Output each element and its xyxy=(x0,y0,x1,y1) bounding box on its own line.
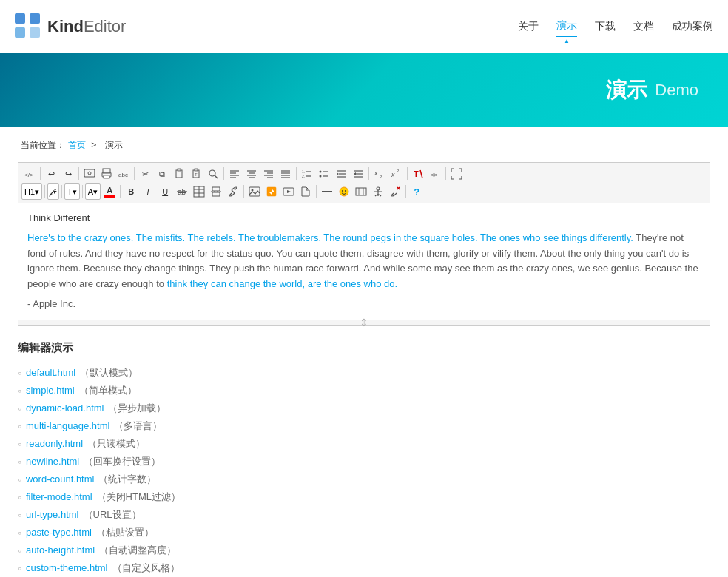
pagebreak-btn[interactable] xyxy=(208,183,224,200)
breadcrumb-home[interactable]: 首页 xyxy=(68,140,86,150)
editor-source: - Apple Inc. xyxy=(27,297,701,312)
svg-rect-60 xyxy=(212,187,220,191)
nav-download[interactable]: 下载 xyxy=(595,17,616,36)
font-color-label[interactable]: A▾ xyxy=(85,183,101,200)
svg-text:2.: 2. xyxy=(302,174,305,178)
list-item: word-count.html （统计字数） xyxy=(18,470,710,488)
paste-plain-btn[interactable]: T xyxy=(188,166,204,182)
sep xyxy=(44,185,45,198)
editor-body[interactable]: Think Different Here's to the crazy ones… xyxy=(18,203,710,320)
fullscreen-btn[interactable] xyxy=(448,166,465,182)
demo-link-2[interactable]: dynamic-load.html xyxy=(26,402,104,414)
editor-resize-handle[interactable]: ⇕ xyxy=(18,320,710,325)
list-item: auto-height.html （自动调整高度） xyxy=(18,541,710,559)
list-item: custom-theme.html （自定义风格） xyxy=(18,559,710,577)
svg-point-12 xyxy=(209,170,215,176)
align-right-btn[interactable] xyxy=(260,166,277,182)
table-btn[interactable] xyxy=(191,183,207,200)
demo-link-6[interactable]: word-count.html xyxy=(26,473,94,485)
copy-btn[interactable] xyxy=(154,166,170,182)
demo-link-11[interactable]: custom-theme.html xyxy=(26,562,108,573)
undo-btn[interactable] xyxy=(43,166,59,182)
demo-link-4[interactable]: readonly.html xyxy=(26,438,83,449)
print-btn[interactable] xyxy=(98,166,115,182)
demo-link-8[interactable]: url-type.html xyxy=(26,509,79,520)
sep xyxy=(296,167,297,180)
bold-btn[interactable] xyxy=(123,183,139,200)
demo-list: default.html （默认模式） simple.html （简单模式） d… xyxy=(18,364,710,577)
media-btn[interactable] xyxy=(280,183,297,200)
svg-point-34 xyxy=(320,171,322,173)
link-btn[interactable] xyxy=(225,183,241,200)
emoticon-btn[interactable] xyxy=(336,183,352,200)
ordered-list-btn[interactable]: 1.2. xyxy=(299,166,315,182)
svg-point-75 xyxy=(377,187,380,190)
demo-link-7[interactable]: filter-mode.html xyxy=(26,491,92,502)
remove-format-btn[interactable]: T xyxy=(410,166,426,182)
demo-link-10[interactable]: auto-height.html xyxy=(26,544,95,556)
sep xyxy=(368,167,369,180)
nav-docs[interactable]: 文档 xyxy=(633,17,654,36)
outdent-btn[interactable] xyxy=(350,166,366,182)
svg-point-36 xyxy=(320,175,322,178)
map-btn[interactable] xyxy=(353,183,369,200)
demo-link-0[interactable]: default.html xyxy=(26,367,75,378)
find-btn[interactable] xyxy=(205,166,221,182)
anchor-btn[interactable] xyxy=(370,183,386,200)
cut-btn[interactable] xyxy=(137,166,153,182)
sep xyxy=(82,185,83,198)
source-btn[interactable]: </> xyxy=(21,166,38,182)
flash-btn[interactable] xyxy=(263,183,280,200)
demo-link-1[interactable]: simple.html xyxy=(26,385,75,396)
font-size-dropdown[interactable]: T▾ xyxy=(64,183,80,200)
nav-demo[interactable]: 演示 xyxy=(556,16,577,37)
svg-marker-41 xyxy=(337,172,339,175)
image-btn[interactable] xyxy=(246,183,263,200)
demo-section-title: 编辑器演示 xyxy=(18,341,710,355)
underline-btn[interactable] xyxy=(157,183,173,200)
svg-text:✕: ✕ xyxy=(434,172,438,178)
strikethrough-btn[interactable]: ab xyxy=(174,183,190,200)
list-item: filter-mode.html （关闭HTML过滤） xyxy=(18,488,710,506)
hr-btn[interactable] xyxy=(319,183,335,200)
sep xyxy=(120,185,121,198)
paste-btn[interactable] xyxy=(171,166,187,182)
demo-section: 编辑器演示 default.html （默认模式） simple.html （简… xyxy=(18,341,710,577)
font-color-btn[interactable]: A xyxy=(101,183,118,200)
sep xyxy=(407,167,408,180)
unordered-list-btn[interactable] xyxy=(316,166,332,182)
sep xyxy=(405,185,406,198)
list-item: simple.html （简单模式） xyxy=(18,382,710,399)
align-center-btn[interactable] xyxy=(243,166,260,182)
subscript-btn[interactable]: x2 xyxy=(371,166,388,182)
indent-btn[interactable] xyxy=(333,166,349,182)
help-btn[interactable]: ? xyxy=(408,183,425,200)
logo-text: KindEditor xyxy=(47,17,126,36)
list-item: default.html （默认模式） xyxy=(18,364,710,382)
demo-link-5[interactable]: newline.html xyxy=(26,456,79,467)
preview-btn[interactable] xyxy=(81,166,98,182)
demo-link-3[interactable]: multi-language.html xyxy=(26,420,109,431)
nav-cases[interactable]: 成功案例 xyxy=(672,17,713,36)
svg-rect-61 xyxy=(212,192,220,196)
font-family-dropdown[interactable]: 𝒻▾ xyxy=(47,183,59,200)
sep xyxy=(40,167,41,180)
remove-link-btn[interactable] xyxy=(387,183,403,200)
superscript-btn[interactable]: x2 xyxy=(388,166,405,182)
svg-rect-7 xyxy=(176,170,182,178)
align-justify-btn[interactable] xyxy=(277,166,294,182)
file-btn[interactable] xyxy=(297,183,314,200)
svg-line-51 xyxy=(420,170,422,178)
spellcheck-btn[interactable]: abc xyxy=(115,166,132,182)
list-item: multi-language.html （多语言） xyxy=(18,417,710,435)
align-left-btn[interactable] xyxy=(226,166,243,182)
italic-btn[interactable] xyxy=(140,183,156,200)
logo-area: KindEditor xyxy=(15,13,518,40)
nav-about[interactable]: 关于 xyxy=(518,17,539,36)
demo-link-9[interactable]: paste-type.html xyxy=(26,527,92,538)
list-item: paste-type.html （粘贴设置） xyxy=(18,524,710,541)
redo-btn[interactable] xyxy=(60,166,76,182)
svg-text:abc: abc xyxy=(118,172,128,178)
clean-html-btn[interactable]: ✕✕ xyxy=(427,166,443,182)
heading-dropdown[interactable]: H1▾ xyxy=(21,183,42,200)
